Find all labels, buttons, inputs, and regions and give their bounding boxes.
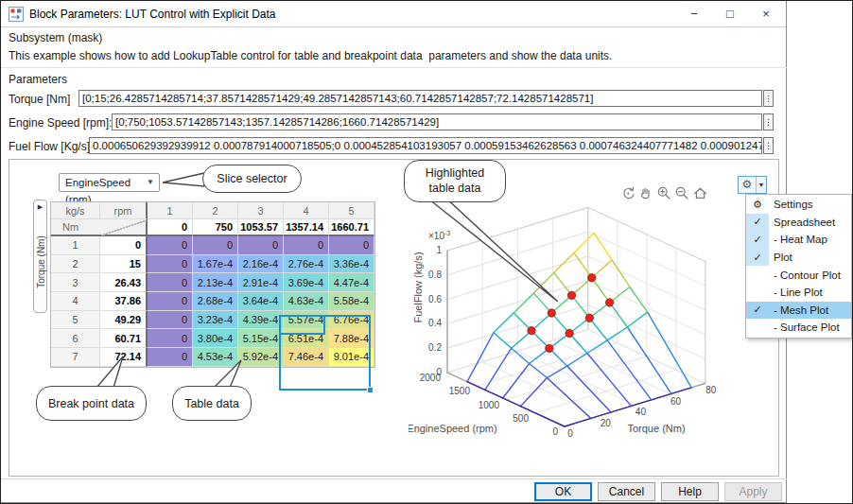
- row-header[interactable]: 4: [51, 292, 100, 311]
- spreadsheet-cell[interactable]: 2.91e-4: [238, 273, 284, 292]
- row-header[interactable]: 1: [51, 236, 100, 255]
- spreadsheet-cell[interactable]: 3.36e-4: [329, 255, 374, 274]
- column-breakpoint-cell[interactable]: 1053.57: [238, 219, 284, 236]
- spreadsheet-cell[interactable]: 1.67e-4: [193, 255, 238, 274]
- spreadsheet-cell[interactable]: 0: [148, 236, 193, 255]
- selection-handle[interactable]: [367, 387, 374, 393]
- column-breakpoint-cell[interactable]: 0: [148, 219, 193, 236]
- lookup-table-spreadsheet[interactable]: kg/srpm12345Nm07501053.571357.141660.711…: [50, 201, 375, 368]
- row-breakpoint-cell[interactable]: 60.71: [100, 329, 148, 348]
- spreadsheet-cell[interactable]: 0: [148, 292, 193, 311]
- ok-button[interactable]: OK: [534, 482, 592, 501]
- window-title: Block Parameters: LUT Control with Expli…: [29, 1, 276, 27]
- spreadsheet-cell[interactable]: 0: [148, 273, 193, 292]
- menu-item-surface-plot[interactable]: - Surface Plot: [746, 319, 851, 337]
- spreadsheet-cell[interactable]: 3.23e-4: [193, 311, 238, 330]
- svg-text:0.4: 0.4: [428, 318, 442, 328]
- spreadsheet-cell[interactable]: 7.88e-4: [329, 329, 374, 348]
- help-button[interactable]: Help: [661, 482, 719, 501]
- engine-speed-more-button[interactable]: ⋮: [763, 113, 774, 130]
- spreadsheet-cell[interactable]: 4.53e-4: [193, 348, 238, 367]
- spreadsheet-cell[interactable]: 2.13e-4: [193, 273, 238, 292]
- spreadsheet-cell[interactable]: 2.68e-4: [193, 292, 238, 311]
- spreadsheet-cell[interactable]: 7.46e-4: [284, 348, 329, 367]
- minimize-button[interactable]: −: [682, 1, 706, 26]
- row-header[interactable]: 2: [51, 255, 100, 274]
- column-breakpoint-cell[interactable]: 750: [193, 219, 238, 236]
- row-header[interactable]: 7: [51, 348, 100, 367]
- maximize-button[interactable]: □: [718, 1, 742, 26]
- spreadsheet-cell[interactable]: 3.69e-4: [284, 273, 329, 292]
- row-header[interactable]: 3: [51, 273, 100, 292]
- row-breakpoint-cell[interactable]: 49.29: [100, 311, 148, 330]
- column-header[interactable]: 3: [238, 202, 284, 219]
- row-breakpoint-cell[interactable]: 37.86: [100, 292, 148, 311]
- settings-button[interactable]: ⚙ ▼: [738, 176, 767, 194]
- row-breakpoint-cell[interactable]: 0: [100, 236, 148, 255]
- spreadsheet-cell[interactable]: 0: [148, 348, 193, 367]
- cancel-button[interactable]: Cancel: [598, 482, 655, 501]
- column-header[interactable]: 5: [329, 202, 374, 219]
- torque-input[interactable]: [0;15;26.4285714285714;37.8571428571429;…: [78, 90, 762, 107]
- mesh-plot[interactable]: 020406080050010001500200000.20.40.60.81×…: [409, 202, 758, 475]
- fuel-flow-input[interactable]: 0.000650629392939912 0.00078791400071850…: [89, 137, 762, 154]
- row-breakpoint-cell[interactable]: 26.43: [100, 273, 148, 292]
- row-header[interactable]: 5: [51, 311, 100, 330]
- menu-item-line-plot[interactable]: - Line Plot: [746, 284, 851, 302]
- column-breakpoint-cell[interactable]: 1660.71: [329, 219, 374, 236]
- separator: [1, 478, 787, 479]
- title-bar[interactable]: Block Parameters: LUT Control with Expli…: [1, 1, 786, 27]
- dialog-icon: [9, 7, 24, 22]
- highlighted-data-point: [548, 309, 555, 317]
- spreadsheet-cell[interactable]: 3.64e-4: [238, 292, 284, 311]
- menu-item-settings[interactable]: ⚙Settings: [746, 196, 851, 214]
- spreadsheet-cell[interactable]: 5.15e-4: [238, 329, 284, 348]
- torque-more-button[interactable]: ⋮: [763, 90, 774, 107]
- menu-item-spreadsheet[interactable]: ✓Spreadsheet: [746, 214, 851, 232]
- spreadsheet-cell[interactable]: 5.57e-4: [284, 311, 329, 330]
- close-button[interactable]: ×: [754, 1, 778, 26]
- menu-item-contour-plot[interactable]: - Contour Plot: [746, 266, 851, 284]
- column-header[interactable]: 1: [148, 202, 193, 219]
- menu-item-mesh-plot[interactable]: ✓- Mesh Plot: [746, 302, 851, 320]
- spreadsheet-cell[interactable]: 3.80e-4: [193, 329, 238, 348]
- engine-speed-input[interactable]: [0;750;1053.57142857143;1357.14285714286…: [112, 113, 762, 130]
- column-breakpoint-cell[interactable]: 1357.14: [284, 219, 329, 236]
- spreadsheet-cell[interactable]: 0: [148, 329, 193, 348]
- row-breakpoint-cell[interactable]: 15: [100, 255, 148, 274]
- column-header[interactable]: 4: [284, 202, 329, 219]
- row-breakpoint-cell[interactable]: 72.14: [100, 348, 148, 367]
- spreadsheet-cell[interactable]: 4.63e-4: [284, 292, 329, 311]
- spreadsheet-cell[interactable]: 4.47e-4: [329, 273, 374, 292]
- mesh-lines: [467, 233, 691, 426]
- spreadsheet-cell[interactable]: 0: [329, 236, 374, 255]
- rotate-3d-icon[interactable]: [620, 185, 636, 201]
- spreadsheet-cell[interactable]: 0: [193, 236, 238, 255]
- zoom-out-icon[interactable]: [674, 185, 690, 201]
- slice-selector-dropdown[interactable]: EngineSpeed (rpm) ▼: [59, 173, 160, 192]
- column-header[interactable]: 2: [193, 202, 238, 219]
- spreadsheet-cell[interactable]: 5.58e-4: [329, 292, 374, 311]
- spreadsheet-cell[interactable]: 2.16e-4: [238, 255, 284, 274]
- zoom-in-icon[interactable]: [656, 185, 672, 201]
- spreadsheet-cell[interactable]: 0: [148, 311, 193, 330]
- spreadsheet-cell[interactable]: 9.01e-4: [329, 348, 374, 367]
- spreadsheet-cell[interactable]: 6.76e-4: [329, 311, 374, 330]
- spreadsheet-cell[interactable]: 5.92e-4: [238, 348, 284, 367]
- spreadsheet-cell[interactable]: 2.76e-4: [284, 255, 329, 274]
- spreadsheet-cell[interactable]: 6.51e-4: [284, 329, 329, 348]
- callout-text: Table data: [184, 397, 239, 410]
- menu-item-plot[interactable]: ✓Plot: [746, 249, 851, 267]
- menu-item-heat-map[interactable]: ✓- Heat Map: [746, 231, 851, 249]
- row-header[interactable]: 6: [51, 329, 100, 348]
- svg-text:0.6: 0.6: [428, 294, 442, 304]
- check-icon: ✓: [746, 249, 769, 267]
- spreadsheet-cell[interactable]: 4.39e-4: [238, 311, 284, 330]
- spreadsheet-cell[interactable]: 0: [284, 236, 329, 255]
- spreadsheet-cell[interactable]: 0: [238, 236, 284, 255]
- fuel-flow-more-button[interactable]: ⋮: [763, 137, 774, 154]
- row-axis-strip[interactable]: ▶ Torque (Nm): [33, 200, 47, 313]
- home-icon[interactable]: [692, 185, 708, 201]
- spreadsheet-cell[interactable]: 0: [148, 255, 193, 274]
- pan-icon[interactable]: [638, 185, 654, 201]
